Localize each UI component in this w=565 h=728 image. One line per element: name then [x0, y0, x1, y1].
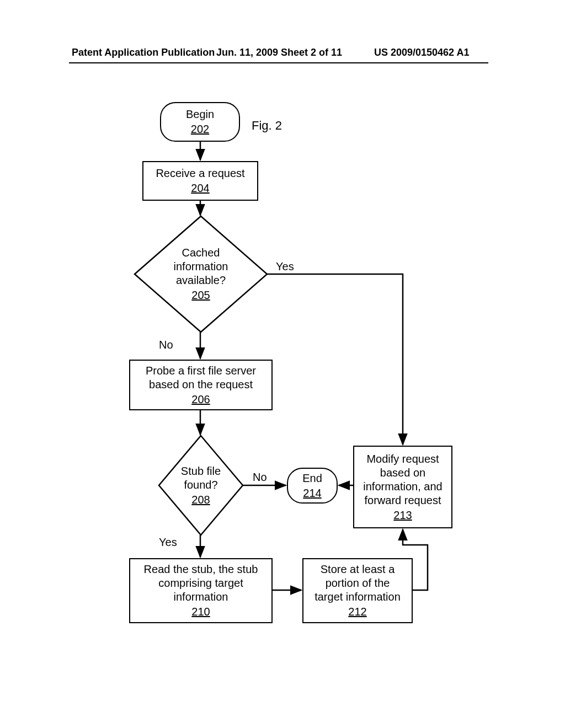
begin-terminator: Begin 202: [160, 102, 240, 142]
receive-process: Receive a request 204: [142, 161, 258, 201]
modify-line3: information, and: [363, 480, 442, 494]
end-text: End: [302, 472, 322, 485]
receive-text: Receive a request: [156, 167, 244, 180]
store-line1: Store at least a: [321, 563, 395, 576]
cached-line3: available?: [176, 274, 226, 287]
probe-ref: 206: [191, 393, 210, 406]
cached-decision: Cached information available? 205: [135, 216, 267, 332]
receive-ref: 204: [191, 181, 209, 195]
read-line2: comprising target: [158, 576, 243, 590]
modify-line4: forward request: [365, 494, 441, 507]
probe-process: Probe a first file server based on the r…: [129, 360, 273, 410]
modify-line2: based on: [380, 466, 425, 480]
cached-line1: Cached: [182, 246, 220, 260]
begin-text: Begin: [186, 108, 214, 121]
read-process: Read the stub, the stub comprising targe…: [129, 558, 273, 623]
modify-line1: Modify request: [366, 452, 439, 466]
cached-no-label: No: [159, 339, 173, 351]
read-ref: 210: [191, 605, 210, 619]
stub-no-label: No: [253, 471, 267, 484]
figure-label: Fig. 2: [252, 119, 282, 133]
stub-yes-label: Yes: [159, 536, 177, 549]
stub-line2: found?: [184, 478, 217, 492]
probe-line2: based on the request: [149, 378, 253, 392]
begin-ref: 202: [191, 122, 209, 136]
cached-line2: information: [174, 260, 228, 274]
store-process: Store at least a portion of the target i…: [302, 558, 413, 623]
stub-ref: 208: [191, 493, 210, 507]
end-terminator: End 214: [287, 468, 338, 504]
store-ref: 212: [348, 605, 366, 619]
flowchart-canvas: Begin 202 Fig. 2 Receive a request 204 C…: [0, 0, 565, 728]
modify-ref: 213: [393, 508, 412, 522]
modify-process: Modify request based on information, and…: [353, 446, 452, 528]
stub-decision: Stub file found? 208: [159, 436, 243, 535]
end-ref: 214: [303, 486, 321, 500]
flowchart-arrows: [0, 0, 565, 728]
read-line1: Read the stub, the stub: [144, 563, 258, 576]
cached-ref: 205: [191, 288, 210, 302]
cached-yes-label: Yes: [276, 260, 294, 273]
store-line2: portion of the: [326, 576, 390, 590]
probe-line1: Probe a first file server: [146, 364, 256, 378]
read-line3: information: [174, 590, 228, 604]
store-line3: target information: [315, 590, 401, 604]
stub-line1: Stub file: [181, 464, 221, 478]
